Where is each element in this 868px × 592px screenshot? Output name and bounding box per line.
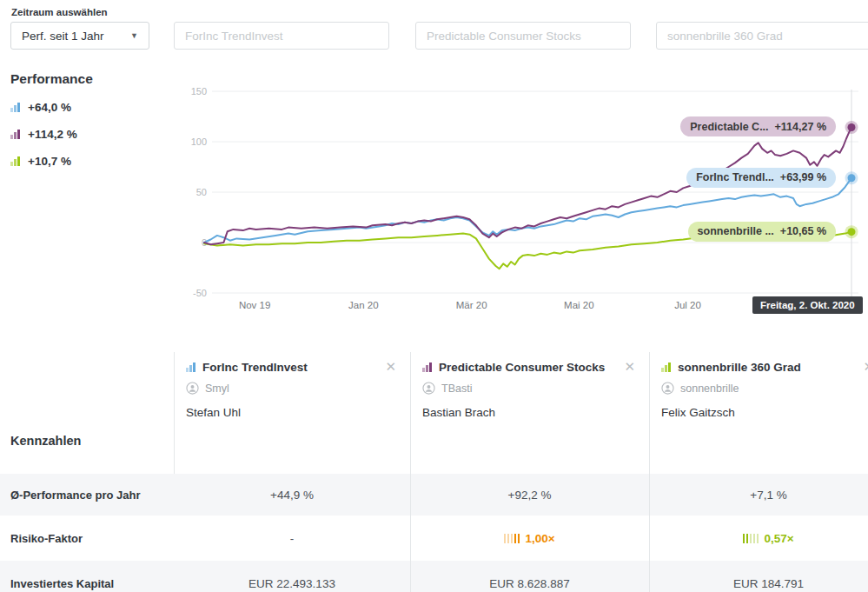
search-input-3[interactable] [656,22,868,50]
bar-chart-icon [422,363,432,372]
bar-chart-icon [10,130,20,139]
bar-chart-icon [661,363,671,372]
period-select-label: Zeitraum auswählen [11,7,108,17]
user-icon [422,382,435,395]
search-input-1[interactable] [174,22,389,50]
svg-text:-50: -50 [193,288,207,298]
performance-title: Performance [10,71,93,87]
svg-text:Jan 20: Jan 20 [348,300,379,310]
series-pill-forinc: ForInc Trendl... +63,99 % [686,168,836,188]
column-divider [174,352,175,474]
user-icon [186,382,199,395]
legend-item-green: +10,7 % [10,152,77,170]
cursor-date-tooltip: Freitag, 2. Okt. 2020 [752,296,863,314]
metric-value: +44,9 % [174,489,410,502]
legend-item-blue: +64,0 % [10,98,77,116]
series-pill-value: +10,65 % [780,225,826,237]
manager-name: Felix Gaitzsch [661,406,868,419]
manager-name: Stefan Uhl [186,406,398,419]
manager-name: Bastian Brach [422,406,637,419]
period-select[interactable]: Perf. seit 1 Jahr ▼ [10,22,149,50]
metric-label: Investiertes Kapital [0,577,174,590]
wikifolio-name[interactable]: Predictable Consumer Stocks [439,361,605,374]
kennzahlen-table: Ø-Performance pro Jahr +44,9 % +92,2 % +… [0,474,868,592]
series-pill-value: +114,27 % [775,121,826,133]
series-pill-name: sonnenbrille ... [698,225,774,237]
metric-row-performance: Ø-Performance pro Jahr +44,9 % +92,2 % +… [0,474,868,516]
close-icon[interactable]: ✕ [863,360,868,373]
svg-text:Jul 20: Jul 20 [674,300,701,310]
trader-name[interactable]: TBasti [441,382,472,395]
risk-value: 1,00× [525,532,554,545]
metric-label: Risiko-Faktor [0,532,174,545]
bar-chart-icon [10,103,20,112]
legend-value: +64,0 % [28,101,71,114]
svg-text:Mär 20: Mär 20 [456,300,487,310]
close-icon[interactable]: ✕ [385,360,396,373]
period-select-value: Perf. seit 1 Jahr [22,30,104,43]
risk-gauge-icon [504,534,520,543]
metric-value: EUR 8.628.887 [410,577,649,590]
series-pill-value: +63,99 % [780,171,826,183]
wikifolio-name[interactable]: sonnenbrille 360 Grad [678,361,801,374]
svg-text:150: 150 [191,86,207,96]
series-pill-name: ForInc Trendl... [696,171,774,183]
metric-value: EUR 184.791 [649,577,868,590]
svg-text:Nov 19: Nov 19 [239,300,270,310]
performance-legend: +64,0 % +114,2 % +10,7 % [10,98,77,179]
legend-value: +114,2 % [28,128,77,141]
svg-text:100: 100 [191,136,207,147]
metric-value: EUR 22.493.133 [174,577,410,590]
wikifolio-cards: ForInc TrendInvest ✕ Smyl Stefan Uhl Pre… [174,352,868,474]
series-pill-sonnenbrille: sonnenbrille ... +10,65 % [688,222,836,242]
metric-label: Ø-Performance pro Jahr [0,489,174,502]
metric-value: 0,57× [649,532,868,545]
chevron-down-icon: ▼ [130,31,138,40]
wikifolio-card-forinc: ForInc TrendInvest ✕ Smyl Stefan Uhl [174,352,410,474]
search-input-2[interactable] [415,22,631,50]
svg-text:50: 50 [196,187,207,197]
svg-text:Mai 20: Mai 20 [564,300,594,310]
column-divider [410,352,411,592]
series-pill-name: Predictable C... [690,121,768,133]
legend-item-purple: +114,2 % [10,125,77,143]
wikifolio-name[interactable]: ForInc TrendInvest [202,361,308,374]
metric-row-capital: Investiertes Kapital EUR 22.493.133 EUR … [0,561,868,592]
close-icon[interactable]: ✕ [624,360,635,373]
metric-value: +92,2 % [410,489,649,502]
legend-value: +10,7 % [28,155,71,168]
bar-chart-icon [186,363,195,372]
risk-value: 0,57× [764,532,793,545]
metric-value: 1,00× [410,532,649,545]
column-divider [649,352,650,592]
series-pill-predictable: Predictable C... +114,27 % [680,116,836,136]
wikifolio-card-sonnenbrille: sonnenbrille 360 Grad ✕ sonnenbrille Fel… [649,352,868,474]
trader-name[interactable]: sonnenbrille [680,382,739,395]
metric-value: - [174,532,410,545]
bar-chart-icon [10,156,20,166]
risk-gauge-icon [743,534,759,543]
metric-row-risk: Risiko-Faktor - 1,00× 0,57× [0,516,868,561]
kennzahlen-title: Kennzahlen [10,434,81,448]
metric-value: +7,1 % [649,489,868,502]
user-icon [661,382,674,395]
wikifolio-card-predictable: Predictable Consumer Stocks ✕ TBasti Bas… [410,352,649,474]
trader-name[interactable]: Smyl [205,382,229,395]
